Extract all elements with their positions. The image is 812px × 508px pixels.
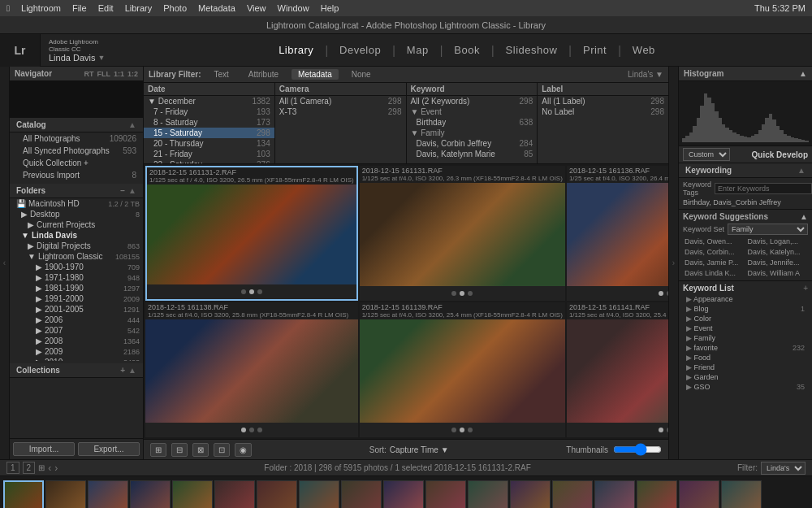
camera-all[interactable]: All (1 Camera) 298 [275, 96, 406, 106]
menu-view[interactable]: View [247, 3, 266, 13]
camera-xt3[interactable]: X-T3 298 [275, 106, 406, 117]
filmstrip-thumb-8[interactable] [341, 480, 382, 509]
dot-1[interactable] [451, 428, 456, 432]
dot-1[interactable] [659, 428, 663, 432]
tab-library[interactable]: Library [269, 41, 323, 59]
filter-preset-selector[interactable]: Linda's ▼ [628, 70, 663, 79]
menu-window[interactable]: Window [278, 3, 309, 13]
filmstrip-thumb-11[interactable] [468, 480, 508, 509]
kw-suggestion-2[interactable]: Davis, Corbin... [683, 247, 745, 257]
keyword-davis-katelynn[interactable]: Davis, Katelynn Marie 85 [407, 149, 538, 159]
tab-slideshow[interactable]: Slideshow [496, 41, 568, 59]
kw-item-gso[interactable]: ▶ GSO 35 [683, 382, 808, 392]
kw-suggestion-0[interactable]: Davis, Owen... [683, 237, 745, 246]
folders-collapse-arrow[interactable]: ▲ [128, 186, 136, 195]
keywording-collapse-arrow[interactable]: ▲ [797, 166, 806, 175]
navigator-header[interactable]: Navigator RT FLL 1:1 1:2 [10, 67, 143, 81]
folder-year-1900-1970[interactable]: ▶1900-1970709 [10, 262, 143, 272]
next-btn[interactable]: › [54, 462, 58, 474]
date-saturday8[interactable]: 8 - Saturday 173 [144, 117, 274, 128]
filter-tab-none[interactable]: None [345, 69, 378, 80]
tab-map[interactable]: Map [397, 41, 438, 59]
people-view-btn[interactable]: ◉ [235, 443, 252, 457]
filmstrip-thumb-13[interactable] [552, 480, 593, 509]
kw-suggestion-3[interactable]: Davis, Katelyn... [746, 247, 809, 257]
label-none[interactable]: No Label 298 [538, 106, 668, 117]
collections-add-btn[interactable]: + [120, 366, 125, 375]
folder-year-2007[interactable]: ▶2007542 [10, 325, 143, 336]
filmstrip-thumb-9[interactable] [383, 480, 424, 509]
label-column-header[interactable]: Label [538, 83, 668, 96]
folders-section-header[interactable]: Folders − ▲ [10, 184, 143, 198]
user-name[interactable]: Linda Davis ▼ [49, 53, 114, 63]
filmstrip-thumb-5[interactable] [214, 480, 255, 509]
keyword-birthday[interactable]: Birthday 638 [407, 117, 538, 128]
date-friday7[interactable]: 7 - Friday 193 [144, 106, 274, 117]
camera-column-header[interactable]: Camera [275, 83, 406, 96]
keyword-column-header[interactable]: Keyword [407, 83, 538, 96]
filter-tab-metadata[interactable]: Metadata [292, 69, 339, 80]
photo-cell-5[interactable]: 2018-12-15 161141.RAF 1/125 sec at f/4.0… [567, 302, 668, 437]
folder-linda-davis[interactable]: ▼ Linda Davis [10, 230, 143, 241]
layout-btn-1[interactable]: ⊞ [38, 463, 45, 472]
kw-item-friend[interactable]: ▶ Friend [683, 363, 808, 372]
catalog-previous-import[interactable]: Previous Import 8 [10, 169, 143, 181]
folder-desktop[interactable]: ▶ Desktop 8 [10, 209, 143, 219]
kw-item-color[interactable]: ▶ Color [683, 314, 808, 323]
page-1-btn[interactable]: 1 [6, 462, 19, 474]
filmstrip-thumb-16[interactable] [679, 480, 719, 509]
kw-item-event[interactable]: ▶ Event [683, 323, 808, 333]
filmstrip-thumb-10[interactable] [425, 480, 466, 509]
catalog-quick-collection[interactable]: Quick Collection + [10, 157, 143, 169]
filter-status-select[interactable]: Linda's [761, 462, 806, 475]
photo-cell-4[interactable]: 2018-12-15 161139.RAF 1/125 sec at f/4.0… [360, 302, 565, 437]
folder-year-2009[interactable]: ▶20092186 [10, 346, 143, 357]
filter-tab-attribute[interactable]: Attribute [242, 69, 285, 80]
photo-cell-2[interactable]: 2018-12-15 161136.RAF 1/25 sec at f/4.0,… [567, 166, 668, 301]
date-friday21[interactable]: 21 - Friday 103 [144, 149, 274, 159]
export-button[interactable]: Export... [78, 442, 140, 456]
dot-2[interactable] [460, 291, 464, 296]
kw-suggestion-5[interactable]: Davis, Jennife... [746, 258, 809, 267]
keyword-tags-input[interactable] [715, 183, 812, 194]
dot-2[interactable] [249, 428, 254, 432]
kw-item-garden[interactable]: ▶ Garden [683, 372, 808, 382]
keyword-all[interactable]: All (2 Keywords) 298 [407, 96, 538, 106]
tab-print[interactable]: Print [573, 41, 616, 59]
date-saturday15[interactable]: 15 - Saturday 298 [144, 128, 274, 138]
folder-year-2008[interactable]: ▶20081364 [10, 336, 143, 346]
filmstrip-thumb-7[interactable] [299, 480, 339, 509]
dot-2[interactable] [460, 428, 464, 432]
folder-year-1971-1980[interactable]: ▶1971-1980948 [10, 272, 143, 283]
tab-web[interactable]: Web [623, 41, 665, 59]
date-thursday20[interactable]: 20 - Thursday 134 [144, 138, 274, 149]
filmstrip-thumb-4[interactable] [172, 480, 213, 509]
thumbnail-size-slider[interactable] [613, 445, 662, 454]
folder-year-2006[interactable]: ▶2006444 [10, 315, 143, 325]
filmstrip-thumb-2[interactable] [88, 480, 128, 509]
filmstrip-thumb-14[interactable] [594, 480, 635, 509]
menu-help[interactable]: Help [321, 3, 339, 13]
tab-book[interactable]: Book [444, 41, 490, 59]
folder-macintosh-hd[interactable]: 💾 Macintosh HD 1.2 / 2 TB [10, 198, 143, 209]
keyword-suggestions-collapse-arrow[interactable]: ▲ [800, 212, 808, 221]
label-all[interactable]: All (1 Label) 298 [538, 96, 668, 106]
kw-item-appearance[interactable]: ▶ Appearance [683, 294, 808, 304]
kw-item-favorite[interactable]: ▶ favorite 232 [683, 343, 808, 353]
dot-2[interactable] [667, 291, 668, 296]
folders-minus-btn[interactable]: − [120, 186, 125, 195]
catalog-collapse-arrow[interactable]: ▲ [128, 120, 136, 129]
prev-btn[interactable]: ‹ [48, 462, 51, 474]
folder-digital-projects[interactable]: ▶ Digital Projects 863 [10, 241, 143, 251]
page-2-btn[interactable]: 2 [23, 462, 36, 474]
catalog-synced-photographs[interactable]: All Synced Photographs 593 [10, 145, 143, 157]
collections-collapse-arrow[interactable]: ▲ [128, 366, 136, 375]
keyword-set-select[interactable]: Family [728, 224, 808, 235]
apple-menu[interactable]:  [6, 3, 10, 13]
catalog-all-photographs[interactable]: All Photographs 109026 [10, 132, 143, 145]
collections-section-header[interactable]: Collections + ▲ [10, 363, 143, 378]
dot-3[interactable] [257, 289, 262, 294]
sort-value[interactable]: Capture Time ▼ [390, 445, 449, 454]
histogram-header[interactable]: Histogram ▲ [679, 67, 812, 81]
photo-cell-0[interactable]: 2018-12-15 161131-2.RAF 1/125 sec at f /… [145, 166, 358, 301]
